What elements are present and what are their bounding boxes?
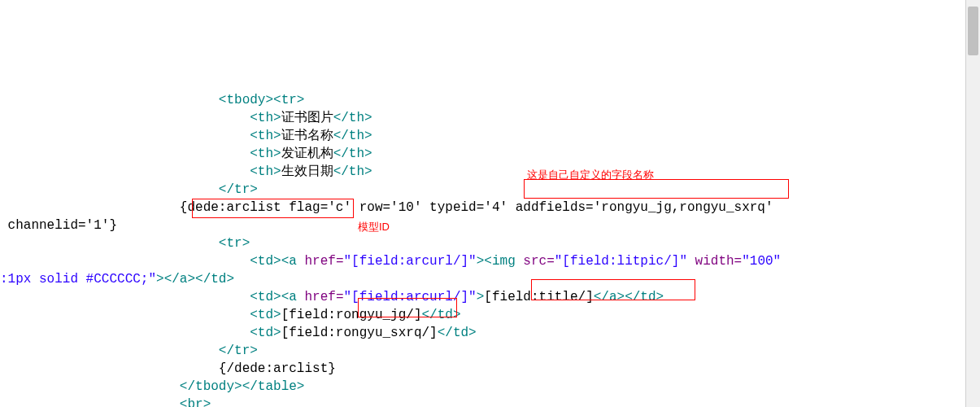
code-line: <tbody><tr>	[0, 93, 304, 107]
code-line: <br>	[0, 397, 211, 407]
annotation-addfields-label: 这是自己自定义的字段名称	[527, 166, 654, 184]
code-line: <tr>	[0, 236, 250, 251]
annotation-modelid-label: 模型ID	[358, 218, 390, 236]
code-line: <td><a href="[field:arcurl/]"><img src="…	[0, 254, 781, 269]
scrollbar-thumb[interactable]	[968, 7, 978, 55]
code-line: {/dede:arclist}	[0, 361, 336, 376]
code-line: {dede:arclist flag='c' row='10' typeid='…	[0, 200, 781, 215]
code-line: <th>证书名称</th>	[0, 129, 372, 143]
code-line: <th>生效日期</th>	[0, 164, 372, 179]
code-line: </tr>	[0, 344, 258, 358]
code-line: <td>[field:rongyu_jg/]</td>	[0, 308, 461, 322]
scrollbar-track[interactable]	[965, 0, 980, 407]
code-line: <th>发证机构</th>	[0, 147, 372, 161]
code-line: <td>[field:rongyu_sxrq/]</td>	[0, 326, 477, 340]
code-line: :1px solid #CCCCCC;"></a></td>	[0, 272, 234, 287]
code-line: </tr>	[0, 182, 258, 197]
code-line: </tbody></table>	[0, 379, 304, 394]
code-viewer: <tbody><tr> <th>证书图片</th> <th>证书名称</th> …	[0, 72, 980, 407]
code-line: <td><a href="[field:arcurl/]">[field:tit…	[0, 290, 664, 304]
code-line: channelid='1'}	[0, 218, 117, 233]
code-line: <th>证书图片</th>	[0, 111, 372, 125]
